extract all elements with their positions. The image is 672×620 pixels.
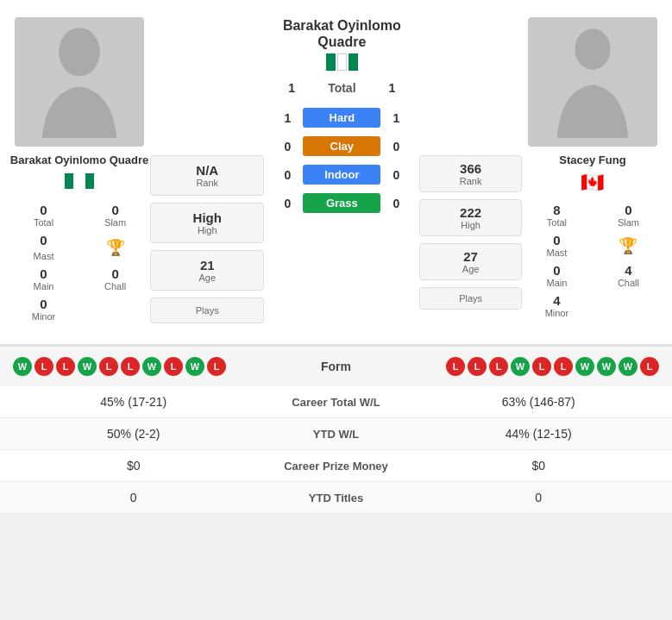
form-badge-l: L xyxy=(164,357,183,376)
player1-plays-box: Plays xyxy=(150,297,264,323)
form-badge-l: L xyxy=(532,357,551,376)
form-badge-l: L xyxy=(554,357,573,376)
form-badge-w: W xyxy=(619,357,637,376)
player1-name: Barakat Oyinlomo Quadre xyxy=(10,153,148,166)
stats-label-2: Career Prize Money xyxy=(250,460,423,473)
form-badge-l: L xyxy=(446,357,465,376)
player2-slam: 0 Slam xyxy=(597,203,660,228)
player2-form: LLLWLLWWWL xyxy=(446,357,659,376)
stats-right-3: 0 xyxy=(423,491,656,504)
player2-flag: 🇨🇦 xyxy=(581,172,604,194)
form-badge-w: W xyxy=(142,357,161,376)
svg-point-0 xyxy=(59,28,100,76)
player2-main: 0 Main xyxy=(525,263,588,288)
stats-left-2: $0 xyxy=(17,459,250,473)
player2-avatar xyxy=(528,17,657,147)
form-badge-w: W xyxy=(13,357,32,376)
form-badge-w: W xyxy=(597,357,616,376)
stats-right-0: 63% (146-87) xyxy=(423,395,656,409)
form-badge-w: W xyxy=(575,357,594,376)
player1-mast: 0 Mast xyxy=(12,233,75,261)
player1-form: WLLWLLWLWL xyxy=(13,357,226,376)
player2-total: 8 Total xyxy=(525,203,588,228)
form-section: WLLWLLWLWL Form LLLWLLWWWL xyxy=(0,346,672,386)
player2-trophy: 🏆 xyxy=(597,233,660,258)
player2-mast: 0 Mast xyxy=(525,233,588,258)
player2-silhouette xyxy=(545,26,640,138)
player2-high-box: 222 High xyxy=(419,199,522,236)
player2-center-stats: 366 Rank 222 High 27 Age Plays xyxy=(419,17,522,327)
player1-silhouette xyxy=(32,26,127,138)
form-badge-l: L xyxy=(121,357,140,376)
player2-minor: 4 Minor xyxy=(525,293,588,318)
main-container: Barakat Oyinlomo Quadre 0 Total 0 Slam xyxy=(0,0,672,514)
player2-stats: 8 Total 0 Slam 0 Mast 🏆 0 Main xyxy=(522,203,663,318)
stats-label-1: YTD W/L xyxy=(250,428,423,441)
player1-chall: 0 Chall xyxy=(84,266,147,291)
nigeria-flag-center xyxy=(326,53,358,71)
player2-age-box: 27 Age xyxy=(419,243,522,280)
clay-row: 0 Clay 0 xyxy=(279,136,405,156)
player1-high-box: High High xyxy=(150,203,264,243)
form-badge-l: L xyxy=(207,357,226,376)
player1-name-center: Barakat Oyinlomo Quadre xyxy=(264,17,419,50)
player-comparison: Barakat Oyinlomo Quadre 0 Total 0 Slam xyxy=(0,0,672,346)
form-label: Form xyxy=(321,360,351,373)
form-badge-l: L xyxy=(35,357,53,376)
center-column: Barakat Oyinlomo Quadre 1 Total 1 1 Hard… xyxy=(264,17,419,327)
stats-right-1: 44% (12-15) xyxy=(423,427,656,441)
player1-flag xyxy=(65,172,94,194)
stats-label-0: Career Total W/L xyxy=(250,396,423,409)
player1-slam: 0 Slam xyxy=(84,203,147,228)
player1-avatar xyxy=(15,17,144,147)
player1-minor: 0 Minor xyxy=(12,297,75,322)
player1-center-stats: N/A Rank High High 21 Age Plays xyxy=(150,17,264,327)
player1-age-box: 21 Age xyxy=(150,250,264,291)
player2-chall: 4 Chall xyxy=(597,263,660,288)
stats-row-2: $0 Career Prize Money $0 xyxy=(0,450,672,482)
total-row: 1 Total 1 xyxy=(288,81,395,95)
stats-left-3: 0 xyxy=(17,491,250,504)
hard-row: 1 Hard 1 xyxy=(279,108,405,128)
stats-row-1: 50% (2-2) YTD W/L 44% (12-15) xyxy=(0,418,672,450)
form-badge-w: W xyxy=(185,357,204,376)
svg-point-1 xyxy=(575,28,610,70)
player1-main: 0 Main xyxy=(12,266,75,291)
player1-card: Barakat Oyinlomo Quadre 0 Total 0 Slam xyxy=(9,17,150,327)
form-badge-l: L xyxy=(56,357,75,376)
grass-row: 0 Grass 0 xyxy=(279,193,405,213)
player1-rank-box: N/A Rank xyxy=(150,155,264,196)
stats-label-3: YTD Titles xyxy=(250,492,423,504)
player1-stats: 0 Total 0 Slam 0 Mast 🏆 0 Mai xyxy=(9,203,150,322)
form-badge-w: W xyxy=(511,357,530,376)
stats-table: 45% (17-21) Career Total W/L 63% (146-87… xyxy=(0,386,672,514)
form-badge-l: L xyxy=(640,357,659,376)
form-badge-l: L xyxy=(99,357,118,376)
player1-total: 0 Total xyxy=(12,203,75,228)
stats-row-3: 0 YTD Titles 0 xyxy=(0,482,672,514)
trophy2-icon: 🏆 xyxy=(619,236,637,255)
player1-trophy-icon: 🏆 xyxy=(84,233,147,261)
player2-rank-box: 366 Rank xyxy=(419,155,522,192)
form-badge-l: L xyxy=(489,357,508,376)
stats-left-1: 50% (2-2) xyxy=(17,427,250,441)
form-badge-l: L xyxy=(468,357,487,376)
stats-row-0: 45% (17-21) Career Total W/L 63% (146-87… xyxy=(0,386,672,418)
stats-right-2: $0 xyxy=(423,459,656,473)
form-badge-w: W xyxy=(78,357,97,376)
stats-left-0: 45% (17-21) xyxy=(17,395,250,409)
trophy-icon: 🏆 xyxy=(106,238,125,257)
player2-name: Stacey Fung xyxy=(559,153,625,166)
indoor-row: 0 Indoor 0 xyxy=(279,165,405,185)
player2-card: Stacey Fung 🇨🇦 8 Total 0 Slam 0 Mast xyxy=(522,17,663,327)
player2-plays-box: Plays xyxy=(419,287,522,310)
